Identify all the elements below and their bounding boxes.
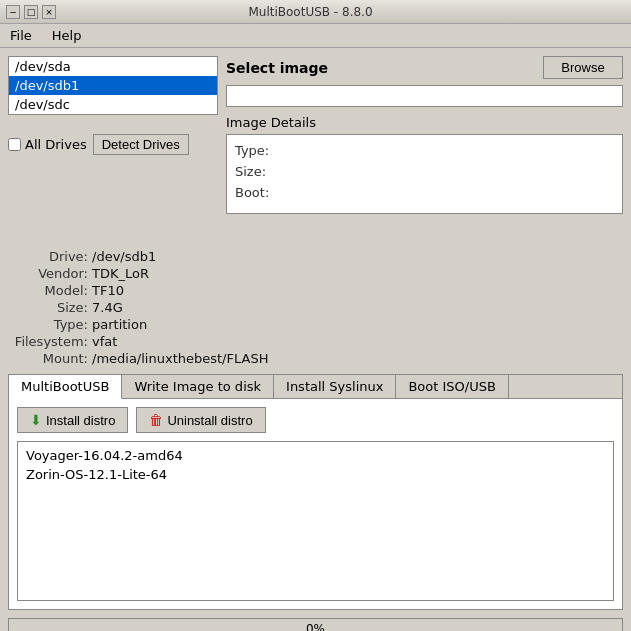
tab-boot-iso[interactable]: Boot ISO/USB — [396, 375, 508, 398]
tabs-header: MultiBootUSB Write Image to disk Install… — [9, 375, 622, 399]
image-path-input[interactable] — [226, 85, 623, 107]
uninstall-distro-button[interactable]: 🗑 Uninstall distro — [136, 407, 265, 433]
filesystem-label: Filesystem: — [8, 334, 88, 349]
size-label: Size: — [8, 300, 88, 315]
close-button[interactable]: × — [42, 5, 56, 19]
vendor-value: TDK_LoR — [88, 266, 268, 281]
drive-option-sdb1[interactable]: /dev/sdb1 — [9, 76, 217, 95]
maximize-button[interactable]: □ — [24, 5, 38, 19]
model-value: TF10 — [88, 283, 268, 298]
distro-item-1[interactable]: Zorin-OS-12.1-Lite-64 — [22, 465, 609, 484]
menubar: File Help — [0, 24, 631, 48]
main-content: /dev/sda /dev/sdb1 /dev/sdc All Drives D… — [0, 48, 631, 631]
mount-label: Mount: — [8, 351, 88, 366]
progress-section: 0% — [8, 618, 623, 631]
menu-file[interactable]: File — [4, 26, 38, 45]
type-value: partition — [88, 317, 268, 332]
minimize-button[interactable]: − — [6, 5, 20, 19]
all-drives-checkbox[interactable] — [8, 138, 21, 151]
select-image-label: Select image — [226, 60, 328, 76]
menu-help[interactable]: Help — [46, 26, 88, 45]
install-distro-button[interactable]: ⬇ Install distro — [17, 407, 128, 433]
uninstall-trash-icon: 🗑 — [149, 412, 163, 428]
drive-option-sdc[interactable]: /dev/sdc — [9, 95, 217, 114]
right-panel: Select image Browse Image Details Type: … — [226, 56, 623, 366]
tab-multibootusb[interactable]: MultiBootUSB — [9, 375, 122, 399]
drive-option-sda[interactable]: /dev/sda — [9, 57, 217, 76]
drive-value: /dev/sdb1 — [88, 249, 268, 264]
drive-listbox: /dev/sda /dev/sdb1 /dev/sdc — [8, 56, 218, 115]
type-label: Type: — [8, 317, 88, 332]
tab-install-syslinux[interactable]: Install Syslinux — [274, 375, 396, 398]
drive-label: Drive: — [8, 249, 88, 264]
browse-button[interactable]: Browse — [543, 56, 623, 79]
top-row: /dev/sda /dev/sdb1 /dev/sdc All Drives D… — [8, 56, 623, 366]
image-type-row: Type: — [235, 141, 614, 162]
tab-content-multibootusb: ⬇ Install distro 🗑 Uninstall distro Voya… — [9, 399, 622, 609]
image-details-label: Image Details — [226, 115, 623, 130]
distro-item-0[interactable]: Voyager-16.04.2-amd64 — [22, 446, 609, 465]
uninstall-distro-label: Uninstall distro — [167, 413, 252, 428]
tab-write-image[interactable]: Write Image to disk — [122, 375, 274, 398]
mount-value: /media/linuxthebest/FLASH — [88, 351, 268, 366]
size-value: 7.4G — [88, 300, 268, 315]
window-title: MultiBootUSB - 8.8.0 — [248, 5, 372, 19]
distro-list: Voyager-16.04.2-amd64 Zorin-OS-12.1-Lite… — [17, 441, 614, 601]
detect-drives-button[interactable]: Detect Drives — [93, 134, 189, 155]
progress-text: 0% — [306, 622, 325, 631]
all-drives-label: All Drives — [25, 137, 87, 152]
image-boot-row: Boot: — [235, 183, 614, 204]
vendor-label: Vendor: — [8, 266, 88, 281]
model-label: Model: — [8, 283, 88, 298]
titlebar-controls: − □ × — [6, 5, 56, 19]
image-details-box: Type: Size: Boot: — [226, 134, 623, 214]
tab-actions: ⬇ Install distro 🗑 Uninstall distro — [17, 407, 614, 433]
select-image-row: Select image Browse — [226, 56, 623, 79]
install-distro-label: Install distro — [46, 413, 115, 428]
image-size-row: Size: — [235, 162, 614, 183]
filesystem-value: vfat — [88, 334, 268, 349]
titlebar: − □ × MultiBootUSB - 8.8.0 — [0, 0, 631, 24]
install-down-icon: ⬇ — [30, 412, 42, 428]
drive-info: Drive: /dev/sdb1 Vendor: TDK_LoR Model: … — [8, 249, 218, 366]
drive-selector-col: /dev/sda /dev/sdb1 /dev/sdc All Drives D… — [8, 56, 218, 366]
tabs-container: MultiBootUSB Write Image to disk Install… — [8, 374, 623, 610]
